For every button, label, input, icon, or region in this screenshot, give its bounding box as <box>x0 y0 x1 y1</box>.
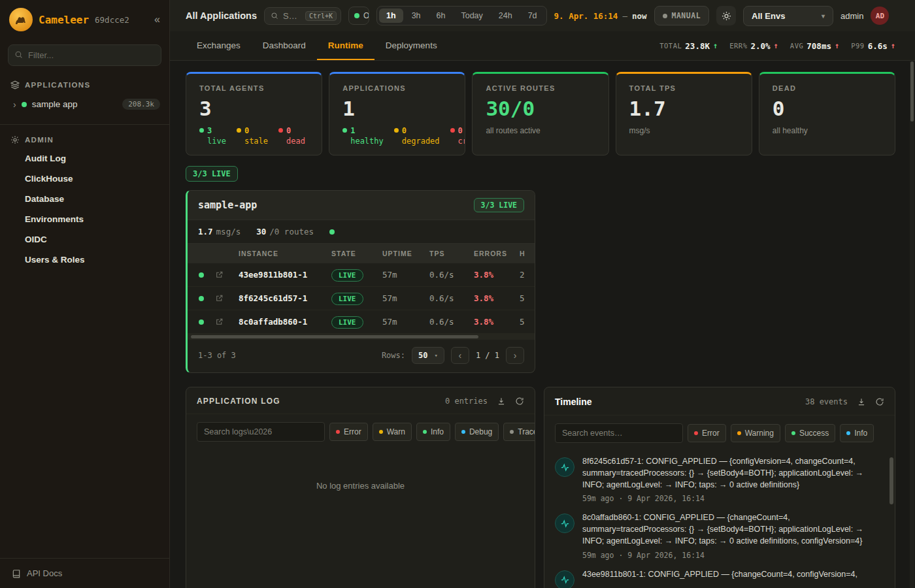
username-label: admin <box>840 11 863 21</box>
log-search-input[interactable] <box>197 422 325 442</box>
tab-dashboard[interactable]: Dashboard <box>252 31 317 60</box>
event-timestamp: 59m ago · 9 Apr 2026, 16:14 <box>582 551 880 560</box>
sidebar-item-clickhouse[interactable]: ClickHouse <box>0 169 169 189</box>
api-docs-link[interactable]: API Docs <box>0 558 169 588</box>
sidebar-header: Cameleer 69dcce2 « <box>0 0 169 38</box>
horizontal-scrollbar[interactable] <box>188 334 535 340</box>
range-1h-button[interactable]: 1h <box>379 8 403 23</box>
tab-deployments[interactable]: Deployments <box>374 31 448 60</box>
timeline-toolbar: Error Warning Success Info <box>544 416 895 451</box>
instance-row[interactable]: 8c0affadb860-1 LIVE 57m 0.6/s 3.8% 5 <box>188 310 535 334</box>
timeline-search-input[interactable] <box>555 423 683 443</box>
search-icon <box>14 50 23 59</box>
sidebar-item-environments[interactable]: Environments <box>0 209 169 229</box>
uptime-value: 57m <box>382 270 429 280</box>
summary-stats: TOTAL 23.8K ↑ ERR% 2.0% ↑ AVG 708ms ↑ P9… <box>659 31 895 60</box>
dead-dot <box>278 128 283 133</box>
timeline-event[interactable]: 43ee9811b801-1: CONFIG_APPLIED — {change… <box>555 569 880 588</box>
page-scrollbar[interactable] <box>910 61 914 588</box>
sidebar-item-sample-app[interactable]: › sample app 208.3k <box>0 93 169 115</box>
app-title: Cameleer <box>39 14 89 26</box>
global-search[interactable]: S… Ctrl+K <box>264 7 341 25</box>
healthy-dot <box>342 128 347 133</box>
log-filter-debug[interactable]: Debug <box>455 423 499 441</box>
sidebar-collapse-button[interactable]: « <box>154 14 160 25</box>
app-health-dot <box>329 229 335 235</box>
external-link-icon[interactable] <box>215 318 239 326</box>
timeline-filter-warning[interactable]: Warning <box>731 424 780 442</box>
stat-card-row: TOTAL AGENTS 3 3live 0stale 0dead APPLIC… <box>186 72 895 155</box>
sidebar-filter-input[interactable] <box>8 44 161 66</box>
environment-select[interactable]: All Envs ▾ <box>743 6 833 26</box>
range-7d-button[interactable]: 7d <box>521 8 544 23</box>
col-tps: TPS <box>429 250 474 257</box>
timeline-filter-error[interactable]: Error <box>688 424 726 442</box>
rows-per-page-select[interactable]: 50 ▾ <box>412 347 444 364</box>
stat-err-label: ERR% <box>729 42 747 50</box>
stat-card-total-agents: TOTAL AGENTS 3 3live 0stale 0dead <box>186 72 322 155</box>
stat-total-value: 23.8K <box>685 41 710 51</box>
instance-table-header: INSTANCE STATE UPTIME TPS ERRORS H <box>188 244 535 263</box>
tab-exchanges[interactable]: Exchanges <box>186 31 252 60</box>
card-title: DEAD <box>773 84 882 92</box>
errors-value: 3.8% <box>474 293 520 303</box>
card-title: APPLICATIONS <box>342 84 452 92</box>
horizontal-scroll-thumb[interactable] <box>191 335 478 338</box>
sidebar-item-database[interactable]: Database <box>0 189 169 209</box>
range-today-button[interactable]: Today <box>454 8 490 23</box>
debug-dot <box>461 430 465 434</box>
time-from: 9. Apr. 16:14 <box>554 11 618 21</box>
download-icon[interactable] <box>857 397 866 406</box>
log-filter-trace[interactable]: Trace <box>503 423 535 441</box>
chevron-expand-icon[interactable]: › <box>13 99 16 110</box>
log-empty-state: No log entries available <box>186 449 535 491</box>
user-avatar[interactable]: AD <box>871 7 889 25</box>
instance-row[interactable]: 8f6245c61d57-1 LIVE 57m 0.6/s 3.8% 5 <box>188 287 535 310</box>
log-filter-info[interactable]: Info <box>416 423 450 441</box>
timeline-filter-info[interactable]: Info <box>840 424 874 442</box>
refresh-icon[interactable] <box>875 397 884 406</box>
state-badge: LIVE <box>331 293 363 305</box>
global-search-placeholder: S… <box>283 11 297 21</box>
timeline-event[interactable]: 8f6245c61d57-1: CONFIG_APPLIED — {config… <box>555 456 880 503</box>
online-indicator[interactable]: O <box>348 7 369 25</box>
breakdown-label: healthy <box>350 136 384 146</box>
search-icon <box>271 12 278 20</box>
sidebar-item-audit-log[interactable]: Audit Log <box>0 148 169 169</box>
log-panel-title: APPLICATION LOG <box>197 397 280 406</box>
breakdown-value: 3 <box>207 125 226 136</box>
timeline-filter-success[interactable]: Success <box>785 424 835 442</box>
instance-id: 8c0affadb860-1 <box>239 317 331 327</box>
breakdown-value: 0 <box>402 125 440 136</box>
timeline-event[interactable]: 8c0affadb860-1: CONFIG_APPLIED — {change… <box>555 512 880 559</box>
manual-mode-dot <box>663 14 667 18</box>
errors-value: 3.8% <box>474 270 520 280</box>
range-3h-button[interactable]: 3h <box>405 8 428 23</box>
app-root: Cameleer 69dcce2 « APPLICATIONS › sample… <box>0 0 915 588</box>
page-scroll-thumb[interactable] <box>910 61 914 122</box>
download-icon[interactable] <box>497 397 506 406</box>
log-toolbar: Error Warn Info Debug Trace <box>186 414 535 449</box>
external-link-icon[interactable] <box>215 270 239 279</box>
timeline-scroll-thumb[interactable] <box>890 457 893 504</box>
sidebar-item-users-roles[interactable]: Users & Roles <box>0 250 169 270</box>
next-page-button[interactable]: › <box>506 347 524 364</box>
breakdown-value: 1 <box>350 125 384 136</box>
log-filter-warn[interactable]: Warn <box>373 423 412 441</box>
prev-page-button[interactable]: ‹ <box>451 347 469 364</box>
log-filter-error[interactable]: Error <box>329 423 368 441</box>
event-text: 8f6245c61d57-1: CONFIG_APPLIED — {config… <box>582 456 880 491</box>
refresh-icon[interactable] <box>515 397 524 406</box>
range-6h-button[interactable]: 6h <box>429 8 453 23</box>
col-errors: ERRORS <box>474 250 520 257</box>
instance-row[interactable]: 43ee9811b801-1 LIVE 57m 0.6/s 3.8% 2 <box>188 263 535 287</box>
theme-toggle-button[interactable] <box>716 6 736 25</box>
rows-per-page-label: Rows: <box>382 351 405 360</box>
tab-runtime[interactable]: Runtime <box>317 31 374 60</box>
success-dot <box>791 431 795 435</box>
refresh-mode-button[interactable]: MANUAL <box>654 6 710 25</box>
range-24h-button[interactable]: 24h <box>491 8 520 23</box>
error-dot <box>694 431 698 435</box>
sidebar-item-oidc[interactable]: OIDC <box>0 229 169 250</box>
external-link-icon[interactable] <box>215 294 239 302</box>
